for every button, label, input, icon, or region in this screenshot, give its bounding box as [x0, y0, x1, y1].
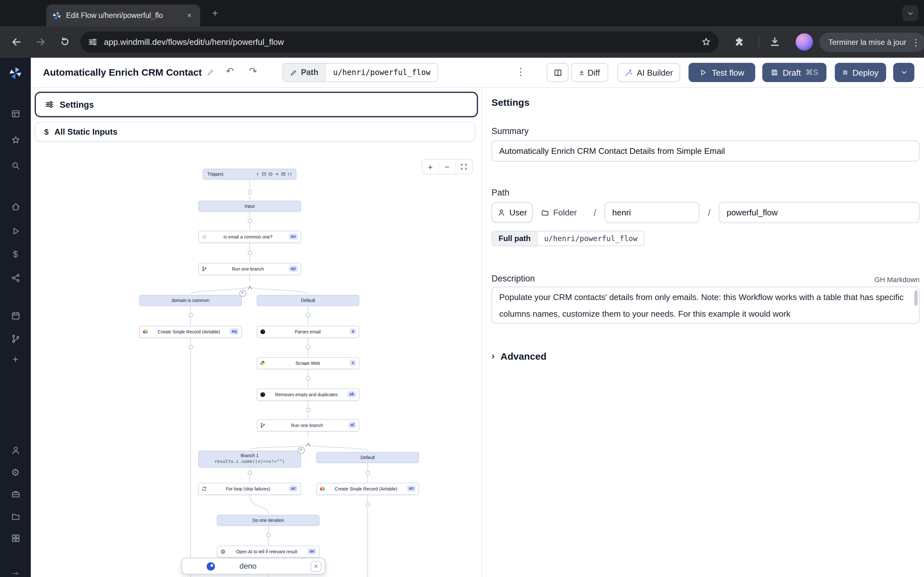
static-inputs-button[interactable]: $ All Static Inputs: [35, 122, 475, 142]
flow-node[interactable]: domain is common: [139, 295, 242, 306]
more-options-kebab-icon[interactable]: ⋮: [516, 66, 525, 77]
zoom-in-button[interactable]: +: [422, 160, 439, 174]
resources-nodes-icon[interactable]: [0, 273, 31, 283]
connector-dot[interactable]: [247, 189, 252, 194]
new-tab-button[interactable]: +: [208, 6, 222, 21]
back-icon[interactable]: [9, 35, 23, 49]
fit-view-button[interactable]: [456, 160, 472, 174]
test-flow-button[interactable]: Test flow: [688, 63, 755, 82]
create-plus-icon[interactable]: +: [0, 355, 31, 365]
connector-dot[interactable]: [306, 408, 310, 412]
address-bar[interactable]: app.windmill.dev/flows/edit/u/henri/powe…: [80, 31, 719, 53]
briefcase-icon[interactable]: [0, 489, 31, 499]
forward-icon[interactable]: [33, 35, 47, 49]
profile-avatar[interactable]: [796, 33, 813, 51]
tooltip-close-button[interactable]: ×: [310, 561, 321, 572]
connector-dot[interactable]: [247, 470, 252, 475]
tab-strip-chevron[interactable]: [902, 5, 918, 21]
connector-dot[interactable]: [247, 218, 252, 223]
app-sidebar: $ + ⚙ →: [0, 58, 31, 577]
summary-label: Summary: [491, 126, 919, 136]
variables-dollar-icon[interactable]: $: [0, 250, 31, 258]
full-path-value: u/henri/powerful_flow: [537, 231, 644, 245]
tab-close-icon[interactable]: ×: [184, 10, 194, 21]
connector-dot[interactable]: [306, 313, 310, 317]
runs-play-icon[interactable]: [0, 226, 31, 236]
node-label: Create Single Record (Airtable): [150, 329, 228, 334]
extensions-puzzle-icon[interactable]: [732, 35, 746, 49]
flow-node[interactable]: Scrape Webc: [257, 357, 359, 369]
path-control[interactable]: Path u/henri/powerful_flow: [282, 63, 438, 82]
flow-node[interactable]: Create Single Record (Airtable)aq: [139, 326, 242, 338]
deploy-dropdown-button[interactable]: [893, 63, 914, 82]
summary-input[interactable]: [491, 140, 919, 161]
connector-dot[interactable]: [188, 313, 193, 317]
flow-node[interactable]: Run one branchal: [257, 419, 359, 431]
diff-icon: ±: [580, 68, 583, 77]
settings-panel-button[interactable]: Settings: [35, 92, 478, 117]
owner-user-toggle[interactable]: User: [491, 202, 533, 222]
folder-icon[interactable]: [0, 512, 31, 521]
schedules-calendar-icon[interactable]: [0, 311, 31, 321]
downloads-icon[interactable]: [767, 35, 782, 49]
docs-book-button[interactable]: [547, 63, 569, 82]
flow-settings-panel: Settings Summary Path User Folder / / Fu…: [482, 88, 924, 577]
flow-title[interactable]: Automatically Enrich CRM Contact: [43, 67, 214, 77]
path-name-input[interactable]: [719, 201, 919, 223]
path-value[interactable]: u/henri/powerful_flow: [325, 63, 437, 81]
gear-icon[interactable]: ⚙: [0, 467, 31, 477]
star-icon[interactable]: [0, 135, 31, 145]
expand-sidebar-icon[interactable]: →: [0, 567, 31, 576]
browser-tab[interactable]: Edit Flow u/henri/powerful_flo ×: [46, 5, 200, 26]
remove-branch-button[interactable]: ×: [239, 290, 246, 297]
apps-grid-icon[interactable]: [0, 533, 31, 543]
url-text[interactable]: app.windmill.dev/flows/edit/u/henri/powe…: [104, 37, 695, 47]
search-icon[interactable]: [0, 161, 31, 171]
connector-dot[interactable]: [266, 532, 270, 537]
owner-folder-toggle[interactable]: Folder: [533, 202, 585, 222]
remove-branch-button[interactable]: ×: [297, 446, 304, 454]
home-icon[interactable]: [0, 202, 31, 211]
zoom-out-button[interactable]: −: [439, 160, 456, 174]
site-settings-icon[interactable]: [88, 37, 97, 47]
deno-icon: [207, 562, 215, 570]
flow-node[interactable]: Triggers: [203, 168, 296, 179]
undo-button[interactable]: ↶: [226, 65, 234, 77]
reload-icon[interactable]: [58, 35, 72, 49]
flow-node[interactable]: Create Single Record (Airtable)an: [317, 482, 419, 495]
browser-update-button[interactable]: Terminer la mise à jour ⋮: [819, 33, 924, 52]
bookmark-star-icon[interactable]: [701, 37, 711, 47]
flow-node[interactable]: Branch 1results.c.some((x)=>x!=""): [198, 451, 301, 467]
redo-button[interactable]: ↷: [249, 65, 257, 77]
table-icon[interactable]: [0, 109, 31, 119]
flow-node[interactable]: Run one branchap: [198, 263, 301, 275]
diff-button[interactable]: ± Diff: [571, 63, 608, 82]
flow-node[interactable]: Input: [198, 200, 301, 211]
connector-dot[interactable]: [306, 376, 310, 380]
connector-dot[interactable]: [365, 502, 370, 506]
connector-dot[interactable]: [365, 470, 370, 475]
scrollbar-thumb[interactable]: [914, 290, 918, 306]
flow-node[interactable]: Do one iteration: [217, 514, 320, 525]
draft-button[interactable]: Draft ⌘S: [762, 63, 827, 82]
connector-dot[interactable]: [306, 345, 310, 349]
deploy-button[interactable]: Deploy: [835, 63, 886, 82]
flow-node[interactable]: Open AI to tell if relevant resultae: [217, 545, 320, 558]
flow-node[interactable]: Removes empty and duplicatesak: [257, 388, 359, 400]
flow-node[interactable]: Default: [317, 452, 419, 463]
node-label: Open AI to tell if relevant result: [228, 549, 305, 554]
flow-node[interactable]: Is email a common one?ao: [198, 230, 301, 243]
description-input[interactable]: Populate your CRM contacts' details from…: [491, 287, 919, 324]
flow-node[interactable]: Parses emaila: [257, 326, 359, 338]
flow-node[interactable]: For loop (skip failures)ac: [198, 482, 301, 495]
git-branch-icon[interactable]: [0, 334, 31, 343]
ai-builder-button[interactable]: AI Builder: [617, 63, 680, 82]
flow-node[interactable]: Default: [257, 295, 359, 306]
path-owner-input[interactable]: [604, 201, 699, 223]
browser-menu-kebab-icon[interactable]: ⋮: [911, 37, 921, 47]
connector-dot[interactable]: [188, 345, 193, 349]
user-icon[interactable]: [0, 446, 31, 455]
connector-dot[interactable]: [247, 250, 252, 255]
advanced-toggle[interactable]: › Advanced: [491, 351, 919, 362]
windmill-logo-icon[interactable]: [0, 66, 31, 80]
